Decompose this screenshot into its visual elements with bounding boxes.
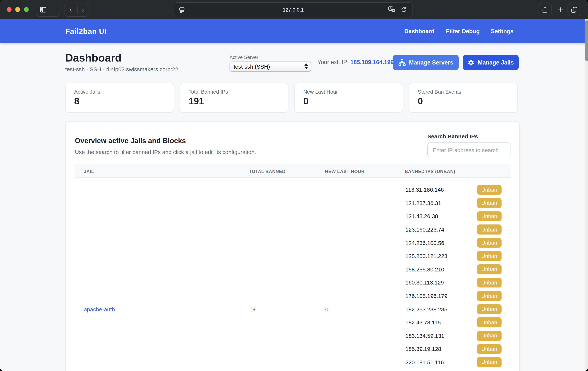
stat-label: New Last Hour — [303, 89, 338, 95]
banned-ip-address: 123.160.223.74 — [405, 226, 444, 233]
nav-link-settings[interactable]: Settings — [491, 19, 514, 43]
page-scrollbar-track[interactable] — [585, 19, 588, 371]
unban-button[interactable]: Unban — [477, 331, 502, 341]
external-ip: Your ext. IP: 185.109.164.199 — [317, 59, 394, 66]
banned-ip-address: 176.105.196.179 — [405, 293, 447, 299]
banned-ip-address: 158.255.80.210 — [405, 266, 444, 273]
history-nav-group: ‹ › — [64, 3, 89, 17]
unban-button[interactable]: Unban — [477, 278, 502, 287]
address-bar[interactable]: 127.0.0.1 A ★ — [174, 2, 413, 17]
manage-servers-button[interactable]: Manage Servers — [393, 55, 459, 70]
app-navbar: Fail2ban UI Dashboard Filter Debug Setti… — [0, 19, 588, 43]
stat-value: 0 — [418, 96, 423, 107]
svg-text:A: A — [389, 7, 392, 10]
banned-ip-row: 160.30.113.129 Unban — [405, 276, 511, 289]
unban-button[interactable]: Unban — [477, 185, 502, 195]
banned-ip-row: 125.253.121.223 Unban — [405, 250, 511, 263]
unban-button[interactable]: Unban — [477, 198, 502, 208]
unban-button[interactable]: Unban — [477, 264, 502, 274]
unban-button[interactable]: Unban — [477, 238, 502, 248]
banned-ip-address: 121.43.26.38 — [405, 213, 438, 219]
overview-card: Overview active Jails and Blocks Use the… — [65, 121, 520, 371]
search-banned-ips-input[interactable] — [427, 142, 511, 157]
close-window-button[interactable] — [7, 7, 11, 12]
overview-title: Overview active Jails and Blocks — [75, 137, 186, 145]
banned-ip-row: 121.237.36.31 Unban — [405, 196, 511, 209]
banned-ip-address: 182.43.78.115 — [405, 319, 441, 326]
stat-card-new-last-hour: New Last Hour 0 — [294, 83, 403, 113]
sidebar-toggle-button[interactable]: ⌄ — [36, 3, 60, 17]
banned-ip-row: 124.236.100.56 Unban — [405, 236, 511, 250]
browser-chrome: ⌄ ‹ › 127.0.0.1 A ★ — [0, 0, 588, 19]
nav-link-filter-debug[interactable]: Filter Debug — [446, 19, 480, 43]
banned-ip-address: 220.181.51.116 — [405, 359, 444, 365]
banned-ip-row: 182.253.238.235 Unban — [405, 303, 511, 316]
jail-total-banned: 19 — [249, 306, 255, 312]
stat-card-total-banned: Total Banned IPs 191 — [180, 83, 288, 113]
stat-value: 0 — [303, 96, 309, 107]
active-server-value: test-ssh (SSH) — [234, 63, 270, 70]
column-header-jail: Jail — [84, 164, 94, 178]
forward-icon: › — [82, 6, 84, 13]
divider — [77, 6, 77, 14]
unban-button[interactable]: Unban — [477, 211, 502, 221]
chevron-down-icon: ⌄ — [53, 7, 56, 12]
minimize-window-button[interactable] — [15, 7, 20, 12]
translate-icon[interactable]: A ★ — [388, 6, 396, 13]
banned-ip-row: 121.43.26.38 Unban — [405, 209, 511, 223]
stat-label: Total Banned IPs — [189, 89, 228, 95]
tab-overview-button[interactable] — [567, 3, 581, 16]
manage-servers-label: Manage Servers — [409, 59, 453, 66]
sitemap-icon — [398, 59, 406, 66]
page-title: Dashboard — [65, 52, 122, 64]
banned-ip-row: 185.39.19.128 Unban — [405, 342, 511, 356]
active-server-select[interactable]: test-ssh (SSH) — [230, 62, 311, 72]
column-header-total-banned: Total Banned — [249, 164, 285, 178]
jail-table-header: Jail Total Banned New Last Hour Banned I… — [74, 164, 511, 178]
unban-button[interactable]: Unban — [477, 251, 502, 261]
url-text: 127.0.0.1 — [174, 3, 412, 17]
unban-button[interactable]: Unban — [477, 291, 502, 301]
banned-ip-address: 185.39.19.128 — [405, 346, 441, 352]
nav-link-dashboard[interactable]: Dashboard — [404, 19, 434, 43]
stat-label: Active Jails — [74, 89, 100, 95]
unban-button[interactable]: Unban — [477, 344, 502, 354]
external-ip-value[interactable]: 185.109.164.199 — [350, 59, 394, 65]
banned-ip-row: 220.181.51.116 Unban — [405, 356, 511, 369]
unban-button[interactable]: Unban — [477, 357, 502, 367]
banned-ip-row: 113.31.186.146 Unban — [405, 183, 511, 196]
stat-value: 191 — [189, 96, 204, 107]
back-button[interactable]: ‹ — [64, 6, 77, 13]
reload-icon[interactable] — [400, 6, 407, 13]
banned-ip-list: 113.31.186.146 Unban 121.237.36.31 Unban… — [405, 183, 511, 369]
banned-ip-row: 183.134.59.131 Unban — [405, 329, 511, 342]
manage-jails-button[interactable]: Manage Jails — [463, 55, 519, 70]
share-button[interactable] — [538, 3, 552, 16]
banned-ip-address: 113.31.186.146 — [405, 187, 444, 193]
zoom-window-button[interactable] — [24, 7, 29, 12]
table-row: apache-auth 19 0 113.31.186.146 Unban 12… — [74, 178, 511, 371]
search-banned-ips-label: Search Banned IPs — [427, 133, 478, 140]
column-header-banned-ips: Banned IPs (Unban) — [405, 164, 455, 178]
active-server-label: Active Server — [230, 55, 258, 60]
new-tab-button[interactable] — [554, 3, 567, 16]
unban-button[interactable]: Unban — [477, 304, 502, 314]
select-stepper-icon — [304, 63, 308, 69]
banned-ip-row: 158.255.80.210 Unban — [405, 263, 511, 276]
unban-button[interactable]: Unban — [477, 225, 502, 235]
jail-new-last-hour: 0 — [325, 306, 328, 312]
banned-ip-address: 160.30.113.129 — [405, 279, 444, 286]
jail-link[interactable]: apache-auth — [84, 306, 115, 312]
svg-text:★: ★ — [392, 9, 395, 12]
banned-ip-row: 182.43.78.115 Unban — [405, 316, 511, 329]
column-header-new-last-hour: New Last Hour — [325, 164, 365, 178]
forward-button[interactable]: › — [77, 6, 89, 13]
overview-subtitle: Use the search to filter banned IPs and … — [75, 149, 256, 155]
external-ip-label: Your ext. IP: — [317, 59, 350, 65]
banned-ip-address: 125.253.121.223 — [405, 253, 447, 259]
page-scrollbar-thumb[interactable] — [585, 20, 588, 61]
unban-button[interactable]: Unban — [477, 317, 502, 327]
app-brand[interactable]: Fail2ban UI — [65, 19, 107, 43]
sidebar-icon — [40, 6, 47, 13]
back-icon: ‹ — [70, 6, 72, 13]
